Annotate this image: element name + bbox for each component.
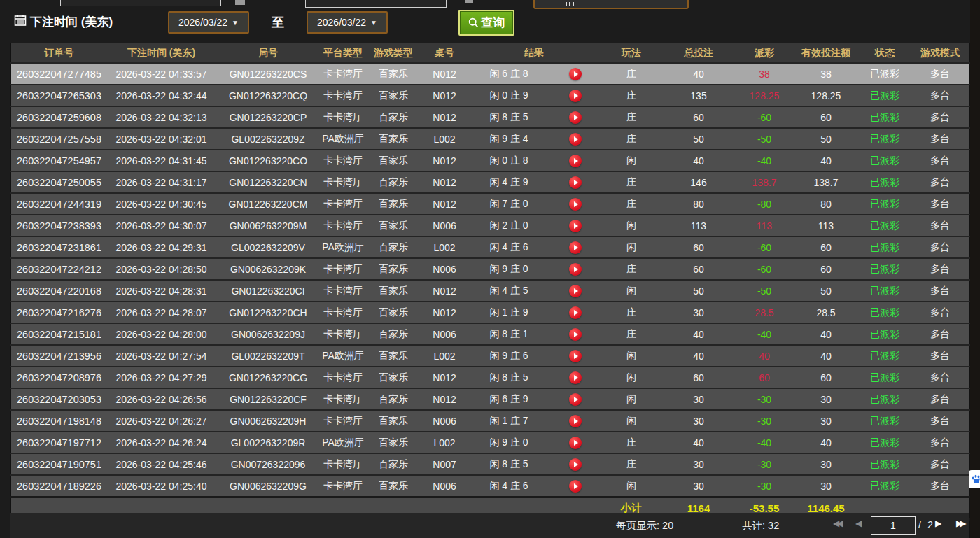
table-row[interactable]: 2603220472201682026-03-22 04:28:31GN0122…	[10, 280, 969, 302]
valid-bet-cell: 40	[794, 150, 858, 171]
play-video-button[interactable]	[569, 437, 582, 449]
paw-app-icon[interactable]	[969, 470, 980, 488]
table-row[interactable]: 2603220472318612026-03-22 04:29:31GL0022…	[10, 236, 969, 258]
game-mode-cell: 多台	[911, 432, 969, 453]
play-cell	[550, 150, 601, 171]
play-video-button[interactable]	[569, 371, 582, 384]
table-row[interactable]: 2603220472653032026-03-22 04:32:44GN0122…	[10, 85, 969, 106]
round-id-cell: GN012263220CG	[216, 367, 321, 388]
table-row[interactable]: 2603220471907512026-03-22 04:25:46GN0072…	[10, 453, 969, 475]
game-mode-cell: 多台	[911, 367, 969, 388]
valid-bet-cell: 128.25	[794, 85, 858, 106]
game-mode-cell: 多台	[911, 453, 969, 475]
table-row[interactable]: 2603220472549572026-03-22 04:31:45GN0122…	[10, 150, 969, 171]
total-bet-cell: 50	[662, 128, 735, 150]
total-bet-cell: 60	[662, 367, 735, 388]
play-video-button[interactable]	[569, 241, 582, 254]
table-row[interactable]: 2603220472030532026-03-22 04:26:56GN0122…	[10, 388, 969, 410]
status-cell: 已派彩	[858, 215, 911, 236]
play-icon	[574, 158, 578, 164]
valid-bet-cell: 113	[794, 215, 858, 236]
result-cell: 闲 9 庄 4	[468, 128, 550, 150]
table-row[interactable]: 2603220472596082026-03-22 04:32:13GN0122…	[10, 106, 969, 128]
table-row[interactable]: 2603220472443192026-03-22 04:30:45GN0122…	[10, 193, 969, 215]
date-range-to-label: 至	[272, 14, 284, 31]
play-video-button[interactable]	[569, 480, 582, 493]
result-cell: 闲 6 庄 8	[468, 63, 550, 85]
total-bet-cell: 80	[662, 193, 735, 215]
date-from-select[interactable]: 2026/03/22 ▼	[168, 11, 249, 34]
table-no-cell: N012	[421, 302, 468, 323]
play-video-button[interactable]	[569, 393, 582, 406]
total-bet-cell: 40	[662, 323, 735, 345]
first-page-button[interactable]: ◀◀	[833, 518, 843, 528]
play-video-button[interactable]	[569, 68, 582, 80]
table-no-cell: N006	[421, 475, 468, 497]
table-row[interactable]: 2603220472500552026-03-22 04:31:17GN0122…	[10, 171, 969, 193]
date-from-value: 2026/03/22	[178, 17, 227, 28]
play-video-button[interactable]	[569, 176, 582, 189]
game-type-cell: 百家乐	[365, 475, 421, 497]
table-row[interactable]: 2603220471981482026-03-22 04:26:27GN0062…	[10, 410, 969, 432]
next-page-button[interactable]: ▶	[935, 518, 941, 528]
game-type-cell: 百家乐	[365, 280, 421, 302]
play-video-button[interactable]	[569, 415, 582, 427]
table-row[interactable]: 2603220472774852026-03-22 04:33:57GN0122…	[10, 63, 969, 85]
play-video-button[interactable]	[569, 328, 582, 341]
game-type-cell: 百家乐	[365, 106, 421, 128]
previous-page-button[interactable]: ◀	[855, 518, 862, 528]
game-mode-cell: 多台	[911, 150, 969, 171]
play-cell	[550, 215, 601, 236]
table-row[interactable]: 2603220471977122026-03-22 04:26:24GL0022…	[10, 432, 969, 453]
result-cell: 闲 4 庄 6	[468, 236, 550, 258]
play-icon	[574, 375, 578, 381]
play-video-button[interactable]	[569, 198, 582, 211]
table-row[interactable]: 2603220472575582026-03-22 04:32:01GL0022…	[10, 128, 969, 150]
game-type-cell: 百家乐	[365, 128, 421, 150]
order-cell: 260322047197712	[10, 432, 107, 453]
valid-bet-cell: 138.7	[794, 171, 858, 193]
table-no-cell: L002	[421, 432, 468, 453]
status-cell: 已派彩	[858, 85, 911, 106]
last-page-button[interactable]: ▶▶	[956, 518, 966, 528]
play-video-button[interactable]	[569, 220, 582, 232]
play-side-cell: 庄	[601, 302, 662, 323]
payout-cell: -40	[735, 323, 794, 345]
play-video-button[interactable]	[569, 285, 582, 297]
table-row[interactable]: 2603220472151812026-03-22 04:28:00GN0062…	[10, 323, 969, 345]
game-mode-cell: 多台	[911, 388, 969, 410]
play-side-cell: 庄	[601, 258, 662, 280]
table-row[interactable]: 2603220471892262026-03-22 04:25:40GN0062…	[10, 475, 969, 497]
play-video-button[interactable]	[569, 263, 582, 276]
play-video-button[interactable]	[569, 111, 582, 124]
page-number-input[interactable]	[871, 516, 916, 535]
play-video-button[interactable]	[569, 155, 582, 167]
per-page-value: 20	[662, 520, 673, 531]
table-row[interactable]: 2603220472383932026-03-22 04:30:07GN0062…	[10, 215, 969, 236]
bet-time-cell: 2026-03-22 04:26:24	[107, 432, 216, 453]
play-video-button[interactable]	[569, 458, 582, 471]
table-no-cell: L002	[421, 345, 468, 367]
valid-bet-cell: 28.5	[794, 302, 858, 323]
order-cell: 260322047190751	[10, 453, 107, 475]
payout-cell: -60	[735, 236, 794, 258]
order-cell: 260322047238393	[10, 215, 107, 236]
date-to-select[interactable]: 2026/03/22 ▼	[307, 11, 388, 34]
order-cell: 260322047259608	[10, 106, 107, 128]
table-row[interactable]: 2603220472242122026-03-22 04:28:50GN0062…	[10, 258, 969, 280]
query-button[interactable]: 查询	[458, 10, 514, 36]
game-type-cell: 百家乐	[365, 85, 421, 106]
play-video-button[interactable]	[569, 133, 582, 146]
play-video-button[interactable]	[569, 350, 582, 362]
play-video-button[interactable]	[569, 90, 582, 102]
table-row[interactable]: 2603220472139562026-03-22 04:27:54GL0022…	[10, 345, 969, 367]
table-no-cell: N012	[421, 171, 468, 193]
play-side-cell: 庄	[601, 432, 662, 453]
round-id-cell: GN0062632209K	[216, 258, 321, 280]
order-cell: 260322047250055	[10, 171, 107, 193]
result-cell: 闲 8 庄 5	[468, 367, 550, 388]
play-video-button[interactable]	[569, 306, 582, 319]
table-row[interactable]: 2603220472162762026-03-22 04:28:07GN0122…	[10, 302, 969, 323]
page-separator: /	[918, 519, 921, 530]
table-row[interactable]: 2603220472089762026-03-22 04:27:29GN0122…	[10, 367, 969, 388]
